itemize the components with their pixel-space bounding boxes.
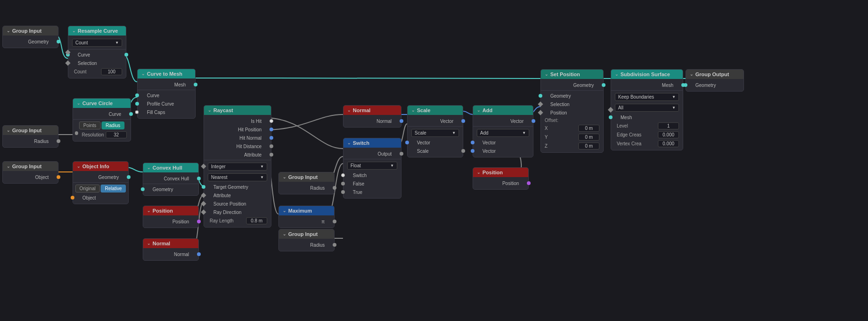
set-position-header: ⌄ Set Position	[541, 70, 603, 79]
oi-tabs-row: Original Relative	[73, 184, 128, 193]
object-info-node: ⌄ Object Info Geometry Original Relative…	[73, 161, 129, 204]
convex-hull-header: ⌄ Convex Hull	[143, 163, 198, 172]
subdiv-vertex-value[interactable]: 0.000	[658, 140, 679, 147]
raycast-sourcepos-socket	[201, 201, 206, 206]
cc-points-tab[interactable]: Points	[79, 121, 101, 129]
raycast-sourcepos-row: Source Position	[204, 200, 271, 208]
subdivision-header: ⌄ Subdivision Surface	[611, 70, 683, 79]
add-vector-out-row: Vector	[473, 117, 533, 125]
scale-vector-out-socket	[461, 119, 465, 123]
setpos-pos-row: Position	[541, 108, 603, 117]
add-vector1-socket	[471, 141, 474, 144]
raycast-hitdist-socket	[270, 144, 273, 148]
max-output-row: π	[279, 217, 334, 226]
switch-dropdown[interactable]: Float ▼	[347, 162, 397, 170]
oi-object-socket	[71, 196, 74, 200]
ctm-fillcaps-row: Fill Caps	[138, 108, 195, 116]
count-value[interactable]: 100	[101, 68, 122, 75]
normal-1-title: Normal	[153, 241, 170, 246]
cc-resolution-value[interactable]: 32	[106, 131, 127, 138]
cc-curve-out-socket	[129, 112, 133, 116]
position-1-node: ⌄ Position Position	[143, 206, 199, 228]
maximum-node: ⌄ Maximum π	[278, 206, 335, 228]
raycast-raydir-socket	[201, 209, 206, 214]
add-vector1-in-row: Vector	[473, 138, 533, 147]
raycast-attrib-out-socket	[270, 153, 273, 157]
gi5-radius-row: Radius	[279, 241, 334, 249]
setpos-sel-socket	[538, 101, 543, 107]
raycast-dd1-row: Integer ▼	[204, 161, 271, 172]
group-input-3-header: ⌄ Group Input	[3, 162, 58, 171]
raycast-node: ⌄ Raycast Is Hit Hit Position Hit Normal…	[204, 105, 271, 228]
group-input-5-title: Group Input	[288, 231, 318, 237]
ch-out-socket	[197, 177, 201, 180]
oi-original-tab[interactable]: Original	[75, 185, 100, 193]
add-node: ⌄ Add Vector Add ▼ Vector Vector	[473, 105, 533, 157]
geometry-output-socket	[57, 40, 60, 43]
raycast-hitdist-row: Hit Distance	[204, 142, 271, 150]
raycast-raylen-value[interactable]: 0.8 m	[246, 217, 267, 224]
subdiv-edge-row: Edge Creas 0.000	[611, 130, 683, 139]
convex-hull-title: Convex Hull	[153, 165, 182, 171]
raycast-raylen-row: Ray Length 0.8 m	[204, 216, 271, 225]
switch-node-header: ⌄ Switch	[343, 138, 401, 148]
switch-true-row: True	[343, 188, 401, 196]
group-input-3-node: ⌄ Group Input Object	[2, 161, 58, 184]
setpos-sel-row: Selection	[541, 100, 603, 108]
raycast-dd2[interactable]: Nearest ▼	[208, 173, 267, 181]
group-input-1-header: ⌄ Group Input	[3, 26, 58, 36]
selection-socket	[65, 60, 70, 65]
setpos-x-value[interactable]: 0 m	[578, 125, 599, 132]
switch-out-socket	[400, 152, 403, 156]
subdiv-dd1[interactable]: Keep Boundaries ▼	[615, 93, 679, 101]
switch-false-row: False	[343, 179, 401, 188]
maximum-title: Maximum	[288, 208, 312, 214]
ctm-mesh-row: Mesh	[138, 80, 195, 89]
add-dropdown[interactable]: Add ▼	[477, 129, 529, 137]
oi-relative-tab[interactable]: Relative	[101, 185, 126, 193]
convex-hull-node: ⌄ Convex Hull Convex Hull Geometry	[143, 163, 199, 196]
raycast-attrib-in-socket	[201, 193, 206, 198]
subdiv-mesh-in-row: Mesh	[611, 113, 683, 121]
scale-title: Scale	[417, 107, 430, 113]
curve-circle-node: ⌄ Curve Circle Curve Points Radius Resol…	[73, 98, 131, 142]
resample-dropdown[interactable]: Count ▼	[72, 39, 122, 47]
raycast-hitpos-socket	[270, 128, 273, 131]
cc-radius-tab[interactable]: Radius	[102, 121, 124, 129]
raycast-hitpos-row: Hit Position	[204, 125, 271, 134]
mesh-output-socket	[194, 83, 197, 86]
raycast-title: Raycast	[213, 107, 233, 113]
raycast-dd1[interactable]: Integer ▼	[208, 163, 267, 171]
normal-1-header: ⌄ Normal	[143, 239, 198, 248]
group-input-1-title: Group Input	[12, 28, 42, 34]
group-output-node: ⌄ Group Output Geometry	[686, 69, 744, 92]
switch-false-socket	[341, 182, 345, 185]
gi3-object-socket	[57, 175, 60, 179]
oi-object-row: Object	[73, 193, 128, 202]
position-1-header: ⌄ Position	[143, 206, 198, 215]
subdiv-dd2[interactable]: All ▼	[615, 104, 679, 112]
resample-dropdown-row: Count ▼	[68, 37, 126, 48]
pos2-out-socket	[527, 181, 531, 185]
go-geo-socket	[684, 83, 687, 87]
object-info-header: ⌄ Object Info	[73, 162, 128, 171]
switch-switch-socket	[341, 173, 345, 177]
normal-output-row: Normal	[343, 117, 401, 125]
position-2-title: Position	[482, 170, 503, 175]
scale-node: ⌄ Scale Vector Scale ▼ Vector Scale	[407, 105, 463, 157]
curve-circle-title: Curve Circle	[82, 100, 113, 106]
raycast-hitnorm-socket	[270, 136, 273, 140]
setpos-y-value[interactable]: 0 m	[578, 134, 599, 141]
setpos-z-row: Z 0 m	[541, 142, 603, 150]
scale-scale-in-socket	[461, 149, 465, 153]
raycast-hitnorm-row: Hit Normal	[204, 134, 271, 142]
subdiv-level-value[interactable]: 1	[658, 122, 679, 129]
group-input-4-node: ⌄ Group Input Radius	[278, 172, 335, 194]
setpos-z-value[interactable]: 0 m	[578, 143, 599, 150]
gi4-radius-row: Radius	[279, 184, 334, 192]
raycast-raydir-row: Ray Direction	[204, 208, 271, 216]
subdiv-edge-value[interactable]: 0.000	[658, 131, 679, 138]
curve-to-mesh-node: ⌄ Curve to Mesh Mesh Curve Profile Curve…	[137, 69, 196, 119]
group-input-4-header: ⌄ Group Input	[279, 172, 334, 182]
scale-dropdown[interactable]: Scale ▼	[411, 129, 459, 137]
